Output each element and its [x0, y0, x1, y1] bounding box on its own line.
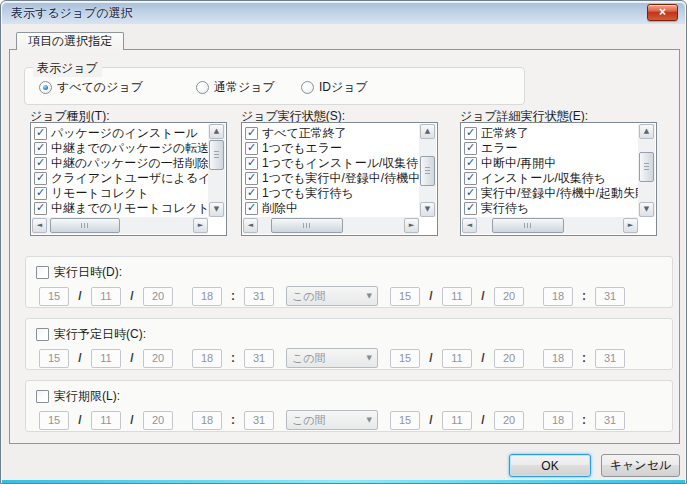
scrollbar-thumb[interactable]	[420, 156, 435, 186]
to-minute-field[interactable]: 31	[595, 349, 625, 368]
checkbox-checked[interactable]: ✓	[464, 142, 477, 155]
list-item[interactable]: ✓ クライアントユーザによるインストール	[34, 171, 208, 186]
scrollbar-thumb[interactable]	[209, 140, 224, 170]
to-month-field[interactable]: 11	[442, 287, 472, 306]
from-hour-field[interactable]: 18	[192, 349, 222, 368]
scroll-right-button[interactable]: ►	[404, 218, 419, 233]
checkbox-unchecked[interactable]	[36, 390, 49, 403]
scrollbar-thumb[interactable]	[639, 152, 654, 182]
list-item[interactable]: ✓ 1つでも実行待ち	[245, 186, 419, 201]
scroll-down-button[interactable]: ▼	[209, 202, 224, 217]
radio-selected-icon[interactable]	[39, 81, 52, 94]
checkbox-checked[interactable]: ✓	[245, 202, 258, 215]
from-hour-field[interactable]: 18	[192, 411, 222, 430]
list-item[interactable]: ✓ 中断中/再開中	[464, 156, 638, 171]
to-hour-field[interactable]: 18	[543, 349, 573, 368]
horizontal-scrollbar[interactable]: ◄ ►	[32, 217, 208, 234]
scroll-right-button[interactable]: ►	[193, 218, 208, 233]
vertical-scrollbar[interactable]: ▲ ▼	[419, 124, 436, 217]
from-month-field[interactable]: 11	[91, 287, 121, 306]
from-day-field[interactable]: 20	[143, 287, 173, 306]
checkbox-checked[interactable]: ✓	[245, 142, 258, 155]
from-month-field[interactable]: 11	[91, 411, 121, 430]
checkbox-checked[interactable]: ✓	[34, 142, 47, 155]
scrollbar-thumb[interactable]	[50, 218, 120, 233]
to-day-field[interactable]: 20	[494, 349, 524, 368]
to-month-field[interactable]: 11	[442, 349, 472, 368]
list-item[interactable]: ✓ 実行中/登録中/待機中/起動失敗	[464, 186, 638, 201]
checkbox-checked[interactable]: ✓	[245, 172, 258, 185]
scrollbar-thumb[interactable]	[492, 218, 564, 233]
to-minute-field[interactable]: 31	[595, 287, 625, 306]
radio-normal-jobs[interactable]: 通常ジョブ	[196, 79, 275, 96]
from-year-field[interactable]: 15	[39, 349, 69, 368]
from-hour-field[interactable]: 18	[192, 287, 222, 306]
from-minute-field[interactable]: 31	[244, 411, 274, 430]
list-item[interactable]: ✓ 実行待ち	[464, 201, 638, 216]
scroll-left-button[interactable]: ◄	[243, 218, 258, 233]
from-month-field[interactable]: 11	[91, 349, 121, 368]
close-button[interactable]: ×	[647, 4, 678, 21]
to-hour-field[interactable]: 18	[543, 411, 573, 430]
scrollbar-thumb[interactable]	[271, 218, 343, 233]
list-item[interactable]: ✓ 正常終了	[464, 126, 638, 141]
scroll-down-button[interactable]: ▼	[420, 202, 435, 217]
from-day-field[interactable]: 20	[143, 349, 173, 368]
checkbox-checked[interactable]: ✓	[34, 187, 47, 200]
list-item[interactable]: ✓ 削除中	[245, 201, 419, 216]
radio-icon[interactable]	[301, 81, 314, 94]
list-item[interactable]: ✓ インストール/収集待ち	[464, 171, 638, 186]
scroll-left-button[interactable]: ◄	[32, 218, 47, 233]
to-day-field[interactable]: 20	[494, 287, 524, 306]
checkbox-checked[interactable]: ✓	[245, 127, 258, 140]
scroll-down-button[interactable]: ▼	[639, 202, 654, 217]
scroll-up-button[interactable]: ▲	[420, 124, 435, 139]
list-item[interactable]: ✓ 1つでも実行中/登録中/待機中/起動失敗	[245, 171, 419, 186]
vertical-scrollbar[interactable]: ▲ ▼	[638, 124, 655, 217]
to-day-field[interactable]: 20	[494, 411, 524, 430]
checkbox-checked[interactable]: ✓	[34, 127, 47, 140]
radio-id-jobs[interactable]: IDジョブ	[301, 79, 368, 96]
checkbox-checked[interactable]: ✓	[245, 157, 258, 170]
from-minute-field[interactable]: 31	[244, 287, 274, 306]
checkbox-checked[interactable]: ✓	[464, 157, 477, 170]
horizontal-scrollbar[interactable]: ◄ ►	[462, 217, 638, 234]
scroll-right-button[interactable]: ►	[623, 218, 638, 233]
range-combobox[interactable]: この間 ▼	[286, 348, 378, 368]
scroll-left-button[interactable]: ◄	[462, 218, 477, 233]
checkbox-checked[interactable]: ✓	[464, 172, 477, 185]
ok-button[interactable]: OK	[509, 454, 591, 477]
checkbox-checked[interactable]: ✓	[34, 157, 47, 170]
checkbox-checked[interactable]: ✓	[464, 187, 477, 200]
to-month-field[interactable]: 11	[442, 411, 472, 430]
checkbox-unchecked[interactable]	[36, 266, 49, 279]
checkbox-checked[interactable]: ✓	[464, 127, 477, 140]
from-year-field[interactable]: 15	[39, 411, 69, 430]
to-year-field[interactable]: 15	[390, 411, 420, 430]
range-combobox[interactable]: この間 ▼	[286, 410, 378, 430]
to-hour-field[interactable]: 18	[543, 287, 573, 306]
scroll-up-button[interactable]: ▲	[639, 124, 654, 139]
to-year-field[interactable]: 15	[390, 349, 420, 368]
radio-icon[interactable]	[196, 81, 209, 94]
from-year-field[interactable]: 15	[39, 287, 69, 306]
radio-all-jobs[interactable]: すべてのジョブ	[39, 79, 143, 96]
list-item[interactable]: ✓ 1つでもエラー	[245, 141, 419, 156]
checkbox-checked[interactable]: ✓	[245, 187, 258, 200]
to-year-field[interactable]: 15	[390, 287, 420, 306]
job-type-listbox[interactable]: ✓ パッケージのインストール ✓ 中継までのパッケージの転送 ✓ 中継のパッケー…	[30, 122, 227, 236]
scroll-up-button[interactable]: ▲	[209, 124, 224, 139]
list-item[interactable]: ✓ リモートコレクト	[34, 186, 208, 201]
checkbox-checked[interactable]: ✓	[34, 202, 47, 215]
checkbox-checked[interactable]: ✓	[464, 202, 477, 215]
range-combobox[interactable]: この間 ▼	[286, 286, 378, 306]
cancel-button[interactable]: キャンセル	[601, 454, 680, 477]
from-minute-field[interactable]: 31	[244, 349, 274, 368]
list-item[interactable]: ✓ 中継のパッケージの一括削除	[34, 156, 208, 171]
list-item[interactable]: ✓ 中継までのパッケージの転送	[34, 141, 208, 156]
horizontal-scrollbar[interactable]: ◄ ►	[243, 217, 419, 234]
list-item[interactable]: ✓ エラー	[464, 141, 638, 156]
list-item[interactable]: ✓ パッケージのインストール	[34, 126, 208, 141]
list-item[interactable]: ✓ すべて正常終了	[245, 126, 419, 141]
job-detail-status-listbox[interactable]: ✓ 正常終了 ✓ エラー ✓ 中断中/再開中 ✓ インストール/収集待ち ✓ 実…	[460, 122, 657, 236]
